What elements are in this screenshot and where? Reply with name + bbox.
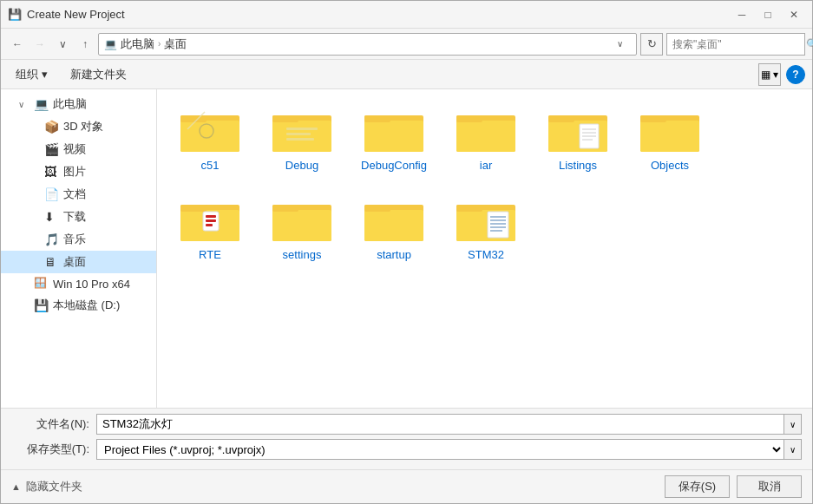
svg-rect-33 xyxy=(206,219,216,222)
svg-rect-39 xyxy=(364,210,423,241)
file-label: STM32 xyxy=(468,248,504,261)
organize-button[interactable]: 组织 ▾ xyxy=(8,63,56,86)
sidebar-item-download[interactable]: ⬇ 下载 xyxy=(1,206,156,228)
file-label: startup xyxy=(377,248,411,261)
search-bar: 🔍 xyxy=(666,33,805,56)
breadcrumb-desktop[interactable]: 桌面 xyxy=(164,36,187,52)
expand-arrow-pc: ∨ xyxy=(18,100,29,109)
svg-rect-37 xyxy=(272,205,298,212)
file-label: RTE xyxy=(199,248,221,261)
sidebar-item-video[interactable]: 🎬 视频 xyxy=(1,138,156,160)
file-label: settings xyxy=(283,248,322,261)
svg-rect-43 xyxy=(456,205,482,212)
maximize-button[interactable]: □ xyxy=(757,6,779,23)
window-title: Create New Project xyxy=(27,8,731,21)
doc-icon: 📄 xyxy=(44,187,58,201)
sidebar-label-pc: 此电脑 xyxy=(53,96,87,112)
sidebar-item-localdisk[interactable]: 💾 本地磁盘 (D:) xyxy=(1,294,156,317)
list-item[interactable]: iar xyxy=(447,100,525,175)
win10-icon: 🪟 xyxy=(34,277,48,291)
video-icon: 🎬 xyxy=(44,142,58,156)
window-controls: ─ □ ✕ xyxy=(731,6,805,23)
filetype-input-wrapper: Project Files (*.uvproj; *.uvprojx) ∨ xyxy=(96,439,802,460)
filetype-row: 保存类型(T): Project Files (*.uvproj; *.uvpr… xyxy=(11,439,802,460)
folder-thumbnail xyxy=(455,103,517,155)
title-bar: 💾 Create New Project ─ □ ✕ xyxy=(1,1,812,29)
filename-dropdown-arrow[interactable]: ∨ xyxy=(784,414,802,435)
expand-icon: ▲ xyxy=(11,481,21,492)
sidebar-label-doc: 文档 xyxy=(63,187,86,202)
file-label: Objects xyxy=(651,159,689,172)
list-item[interactable]: Debug xyxy=(263,100,341,175)
list-item[interactable]: RTE xyxy=(171,189,249,265)
footer-right: 保存(S) 取消 xyxy=(665,475,802,498)
svg-rect-40 xyxy=(364,205,390,212)
sidebar-label-music: 音乐 xyxy=(63,232,86,247)
file-label: iar xyxy=(480,159,492,172)
sidebar-item-desktop[interactable]: 🖥 桌面 xyxy=(1,251,156,273)
refresh-button[interactable]: ↻ xyxy=(640,33,663,56)
filetype-select[interactable]: Project Files (*.uvproj; *.uvprojx) xyxy=(96,439,784,460)
help-button[interactable]: ? xyxy=(786,65,805,84)
content-area: ∨ 💻 此电脑 📦 3D 对象 🎬 视频 🖼 图片 📄 xyxy=(1,89,812,408)
sidebar-item-pc[interactable]: ∨ 💻 此电脑 xyxy=(1,93,156,115)
search-icon[interactable]: 🔍 xyxy=(806,38,813,50)
up-button[interactable]: ↑ xyxy=(75,35,95,54)
3d-icon: 📦 xyxy=(44,120,58,134)
filename-row: 文件名(N): ∨ xyxy=(11,414,802,435)
file-label: c51 xyxy=(201,159,220,172)
breadcrumb: 💻 此电脑 › 桌面 xyxy=(104,36,613,52)
filename-input[interactable] xyxy=(96,414,784,435)
list-item[interactable]: c51 xyxy=(171,100,249,175)
cancel-button[interactable]: 取消 xyxy=(737,475,802,498)
sidebar-label-win10: Win 10 Pro x64 xyxy=(53,278,130,291)
svg-rect-15 xyxy=(456,121,515,152)
filetype-dropdown-arrow[interactable]: ∨ xyxy=(784,439,802,460)
sidebar-item-3d[interactable]: 📦 3D 对象 xyxy=(1,115,156,138)
list-item[interactable]: settings xyxy=(263,189,341,265)
app-icon: 💾 xyxy=(8,8,22,22)
forward-button[interactable]: → xyxy=(30,35,49,54)
sidebar-item-music[interactable]: 🎵 音乐 xyxy=(1,228,156,251)
svg-rect-8 xyxy=(286,128,318,130)
filename-label: 文件名(N): xyxy=(11,416,89,432)
list-item[interactable]: startup xyxy=(355,189,433,265)
sidebar-label-photo: 图片 xyxy=(63,164,86,180)
svg-rect-6 xyxy=(272,121,331,152)
address-dropdown-icon[interactable]: ∨ xyxy=(617,39,631,49)
list-item[interactable]: Objects xyxy=(631,100,709,175)
minimize-button[interactable]: ─ xyxy=(731,6,753,23)
list-item[interactable]: Listings xyxy=(539,100,617,175)
view-button[interactable]: ▦ ▾ xyxy=(758,63,781,86)
save-button[interactable]: 保存(S) xyxy=(665,475,730,498)
folder-thumbnail xyxy=(455,193,517,245)
photo-icon: 🖼 xyxy=(44,165,58,179)
navigation-bar: ← → ∨ ↑ 💻 此电脑 › 桌面 ∨ ↻ 🔍 xyxy=(1,29,812,60)
close-button[interactable]: ✕ xyxy=(783,6,805,23)
new-folder-button[interactable]: 新建文件夹 xyxy=(62,63,134,86)
sidebar-item-doc[interactable]: 📄 文档 xyxy=(1,183,156,206)
folder-thumbnail xyxy=(639,103,701,155)
sidebar-item-photo[interactable]: 🖼 图片 xyxy=(1,160,156,183)
back-button[interactable]: ← xyxy=(8,35,27,54)
svg-rect-19 xyxy=(548,115,574,122)
sidebar-item-win10[interactable]: 🪟 Win 10 Pro x64 xyxy=(1,273,156,294)
svg-rect-16 xyxy=(456,115,482,122)
dropdown-button[interactable]: ∨ xyxy=(53,35,72,54)
file-label: Debug xyxy=(285,159,318,172)
list-item[interactable]: DebugConfig xyxy=(355,100,433,175)
breadcrumb-pc[interactable]: 💻 此电脑 xyxy=(104,36,154,52)
hide-folders-label[interactable]: 隐藏文件夹 xyxy=(26,479,82,494)
folder-thumbnail xyxy=(179,193,241,245)
svg-rect-9 xyxy=(286,133,311,135)
address-bar[interactable]: 💻 此电脑 › 桌面 ∨ xyxy=(98,33,637,56)
list-item[interactable]: STM32 xyxy=(447,189,525,265)
footer-left: ▲ 隐藏文件夹 xyxy=(11,479,82,494)
svg-rect-2 xyxy=(180,115,207,122)
pc-icon: 💻 xyxy=(34,97,48,111)
breadcrumb-sep1: › xyxy=(158,39,161,49)
file-area: c51 Debug xyxy=(157,89,812,408)
filetype-label: 保存类型(T): xyxy=(11,442,89,457)
svg-rect-12 xyxy=(364,121,423,152)
search-input[interactable] xyxy=(672,38,803,50)
